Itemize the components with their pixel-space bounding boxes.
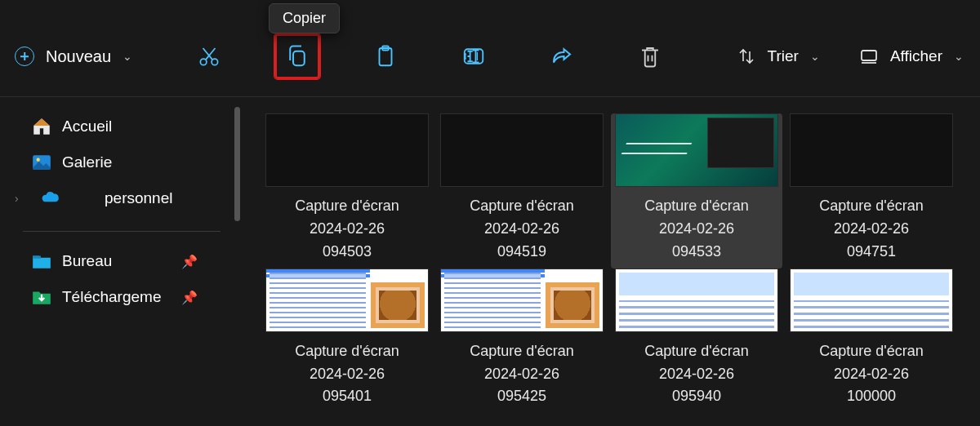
file-thumbnail [265,268,429,332]
svg-rect-2 [293,51,305,66]
home-icon [31,116,52,137]
rename-button[interactable]: I [451,33,497,79]
file-thumbnail [615,268,778,332]
nav-label: personnel [105,189,172,207]
gallery-icon [31,152,52,173]
share-button[interactable] [539,33,585,79]
desktop-folder-icon [31,251,52,272]
nav-label: Accueil [62,118,112,135]
clipboard-icon [373,44,398,69]
pin-icon[interactable]: 📌 [181,254,198,269]
sidebar-item-telechargements[interactable]: Téléchargeme 📌 [11,279,245,315]
nav-label: Bureau [62,252,112,270]
nav-label: Téléchargeme [62,288,161,306]
file-item[interactable]: Capture d'écran 2024-02-26 095425 [436,268,608,414]
sidebar-item-accueil[interactable]: Accueil [11,109,245,144]
sidebar-scrollbar[interactable] [234,107,240,221]
new-label: Nouveau [46,47,111,66]
plus-circle-icon [15,47,34,66]
sort-label: Trier [768,47,799,65]
sort-icon [737,47,756,66]
file-thumbnail [615,113,778,187]
file-thumbnail [790,268,953,332]
toolbar-icon-group: I [186,33,673,79]
svg-rect-7 [862,51,876,60]
nav: Accueil Galerie › personnel Bu [0,97,245,315]
file-name: Capture d'écran 2024-02-26 100000 [819,340,924,409]
chevron-down-icon: ⌄ [122,50,132,63]
svg-point-1 [212,59,218,65]
toolbar: Nouveau ⌄ I [0,24,980,88]
chevron-down-icon: ⌄ [810,50,820,63]
sidebar-item-galerie[interactable]: Galerie [11,144,245,180]
pin-icon[interactable]: 📌 [181,290,198,305]
file-row: Capture d'écran 2024-02-26 095401 Captur… [261,268,970,414]
file-thumbnail [440,268,604,332]
copy-icon [285,44,310,69]
file-item[interactable]: Capture d'écran 2024-02-26 095940 [611,268,782,414]
chevron-right-icon[interactable]: › [15,192,31,205]
file-name: Capture d'écran 2024-02-26 094519 [470,195,574,264]
file-name: Capture d'écran 2024-02-26 095940 [644,340,749,409]
nav-label: Galerie [62,153,112,171]
svg-point-0 [200,59,207,65]
file-row: Capture d'écran 2024-02-26 094503 Captur… [261,113,970,268]
file-thumbnail [790,113,953,187]
svg-rect-10 [33,256,41,259]
file-name: Capture d'écran 2024-02-26 094751 [819,195,924,264]
file-content: Capture d'écran 2024-02-26 094503 Captur… [245,97,980,426]
svg-point-9 [37,158,40,162]
file-item[interactable]: Capture d'écran 2024-02-26 094751 [786,113,957,268]
file-item[interactable]: Capture d'écran 2024-02-26 095401 [261,268,433,414]
file-thumbnail [265,113,429,187]
sidebar: Accueil Galerie › personnel Bu [0,97,245,426]
svg-rect-5 [465,49,483,64]
chevron-down-icon: ⌄ [954,50,964,63]
file-thumbnail [440,113,604,187]
file-name: Capture d'écran 2024-02-26 095425 [470,340,574,409]
trash-icon [638,44,662,69]
share-icon [550,44,574,69]
file-name: Capture d'écran 2024-02-26 094533 [644,195,749,264]
new-button[interactable]: Nouveau ⌄ [15,42,132,71]
file-item[interactable]: Capture d'écran 2024-02-26 094533 [611,113,782,268]
sidebar-divider [23,231,220,232]
file-name: Capture d'écran 2024-02-26 095401 [295,340,399,409]
sidebar-item-personnel[interactable]: › personnel [11,180,245,216]
sidebar-item-bureau[interactable]: Bureau 📌 [11,243,245,279]
cut-button[interactable] [186,33,232,79]
delete-button[interactable] [627,33,673,79]
file-item[interactable]: Capture d'écran 2024-02-26 094519 [436,113,608,268]
file-item[interactable]: Capture d'écran 2024-02-26 094503 [261,113,433,268]
view-label: Afficher [890,47,942,65]
copy-button[interactable] [274,33,320,79]
toolbar-right: Trier ⌄ Afficher ⌄ [737,47,980,66]
onedrive-icon [41,188,62,209]
paste-button[interactable] [363,33,408,79]
downloads-folder-icon [31,286,52,308]
scissors-icon [197,44,221,69]
main: Accueil Galerie › personnel Bu [0,96,980,426]
tooltip-copy: Copier [269,3,340,33]
file-name: Capture d'écran 2024-02-26 094503 [295,195,399,264]
view-button[interactable]: Afficher ⌄ [859,47,964,66]
sort-button[interactable]: Trier ⌄ [737,47,820,66]
display-icon [859,47,879,66]
file-item[interactable]: Capture d'écran 2024-02-26 100000 [786,268,957,414]
rename-icon: I [461,44,486,69]
